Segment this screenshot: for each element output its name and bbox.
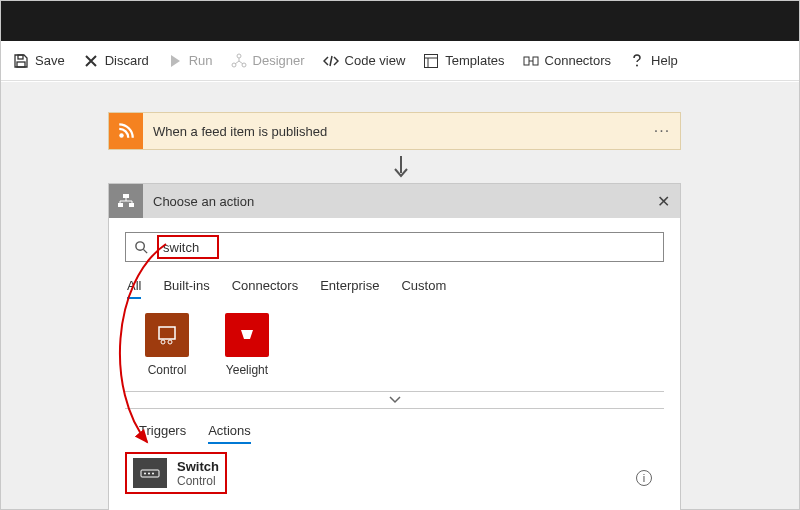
connector-yeelight[interactable]: Yeelight xyxy=(219,313,275,377)
svg-line-18 xyxy=(143,249,147,253)
svg-rect-8 xyxy=(524,57,529,65)
yeelight-tile-icon xyxy=(225,313,269,357)
templates-button[interactable]: Templates xyxy=(423,53,504,69)
window-titlebar xyxy=(1,1,799,41)
svg-point-12 xyxy=(119,133,124,138)
designer-button[interactable]: Designer xyxy=(231,53,305,69)
save-label: Save xyxy=(35,53,65,68)
control-tile-icon xyxy=(145,313,189,357)
connectors-button[interactable]: Connectors xyxy=(523,53,611,69)
tab-all[interactable]: All xyxy=(127,274,141,299)
svg-rect-1 xyxy=(17,62,25,67)
action-icon xyxy=(109,184,143,218)
connector-tiles: Control Yeelight xyxy=(109,299,680,387)
tab-builtins[interactable]: Built-ins xyxy=(163,274,209,299)
help-label: Help xyxy=(651,53,678,68)
result-switch[interactable]: Switch Control xyxy=(125,452,227,494)
command-bar: Save Discard Run Designer Code view Temp… xyxy=(1,41,799,81)
tab-actions[interactable]: Actions xyxy=(208,419,251,444)
svg-point-2 xyxy=(237,54,241,58)
panel-close-button[interactable]: ✕ xyxy=(646,192,680,211)
templates-label: Templates xyxy=(445,53,504,68)
search-box[interactable] xyxy=(125,232,664,262)
search-highlight xyxy=(157,235,219,259)
svg-rect-19 xyxy=(159,327,175,339)
svg-rect-15 xyxy=(118,203,123,207)
svg-rect-9 xyxy=(533,57,538,65)
connector-control[interactable]: Control xyxy=(139,313,195,377)
close-icon xyxy=(83,53,99,69)
panel-title: Choose an action xyxy=(143,194,646,209)
expand-connectors-button[interactable] xyxy=(125,391,664,409)
save-icon xyxy=(13,53,29,69)
trigger-title: When a feed item is published xyxy=(143,124,644,139)
trigger-menu-button[interactable]: ··· xyxy=(644,122,680,140)
run-button[interactable]: Run xyxy=(167,53,213,69)
result-subtitle: Control xyxy=(177,474,219,488)
svg-point-11 xyxy=(636,64,638,66)
discard-button[interactable]: Discard xyxy=(83,53,149,69)
svg-point-20 xyxy=(161,340,165,344)
play-icon xyxy=(167,53,183,69)
flow-arrow-icon xyxy=(392,155,410,179)
rss-icon xyxy=(109,113,143,149)
panel-header: Choose an action ✕ xyxy=(109,184,680,218)
svg-point-25 xyxy=(152,473,154,475)
discard-label: Discard xyxy=(105,53,149,68)
tab-enterprise[interactable]: Enterprise xyxy=(320,274,379,299)
result-title: Switch xyxy=(177,459,219,474)
codeview-label: Code view xyxy=(345,53,406,68)
run-label: Run xyxy=(189,53,213,68)
connector-label: Yeelight xyxy=(219,363,275,377)
choose-action-panel: Choose an action ✕ All Built-ins Connect… xyxy=(108,183,681,510)
search-input[interactable] xyxy=(163,240,213,255)
tab-triggers[interactable]: Triggers xyxy=(139,419,186,444)
svg-rect-5 xyxy=(425,54,438,67)
help-button[interactable]: Help xyxy=(629,53,678,69)
trigger-card[interactable]: When a feed item is published ··· xyxy=(108,112,681,150)
category-tabs: All Built-ins Connectors Enterprise Cust… xyxy=(109,272,680,299)
svg-rect-14 xyxy=(123,194,129,198)
designer-label: Designer xyxy=(253,53,305,68)
svg-point-24 xyxy=(148,473,150,475)
codeview-button[interactable]: Code view xyxy=(323,53,406,69)
svg-rect-0 xyxy=(18,55,23,59)
connectors-label: Connectors xyxy=(545,53,611,68)
help-icon xyxy=(629,53,645,69)
info-icon[interactable]: i xyxy=(636,470,652,486)
tab-custom[interactable]: Custom xyxy=(401,274,446,299)
search-icon xyxy=(134,240,149,255)
connector-label: Control xyxy=(139,363,195,377)
tab-connectors[interactable]: Connectors xyxy=(232,274,298,299)
switch-icon xyxy=(133,458,167,488)
designer-canvas: When a feed item is published ··· Choose… xyxy=(1,82,799,509)
svg-point-21 xyxy=(168,340,172,344)
connectors-icon xyxy=(523,53,539,69)
designer-icon xyxy=(231,53,247,69)
code-icon xyxy=(323,53,339,69)
templates-icon xyxy=(423,53,439,69)
chevron-down-icon xyxy=(389,396,401,404)
svg-point-23 xyxy=(144,473,146,475)
save-button[interactable]: Save xyxy=(13,53,65,69)
svg-point-17 xyxy=(136,241,144,249)
result-tabs: Triggers Actions xyxy=(109,409,680,444)
svg-rect-16 xyxy=(129,203,134,207)
